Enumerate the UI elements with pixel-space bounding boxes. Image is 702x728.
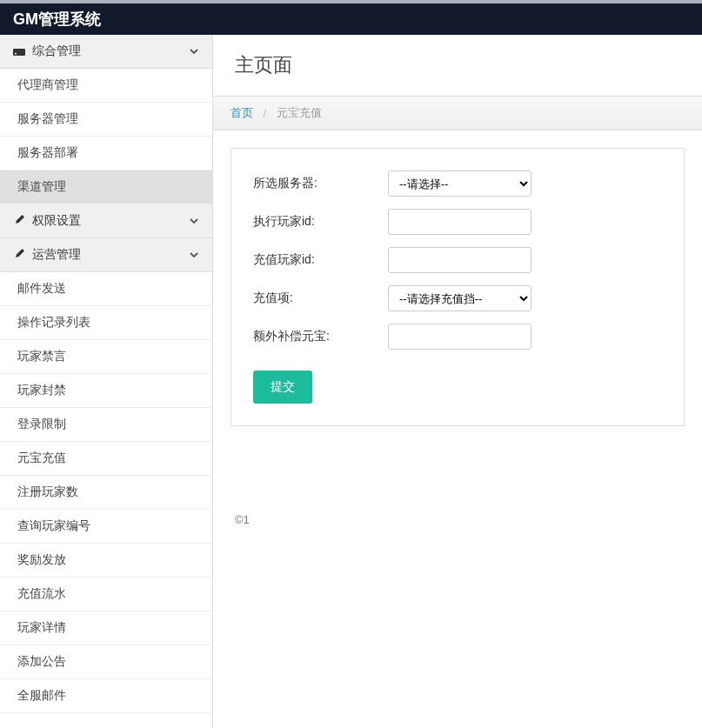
sidebar-item[interactable]: 邮件发送	[0, 272, 212, 306]
exec-player-row: 执行玩家id:	[249, 209, 666, 235]
extra-row: 额外补偿元宝:	[249, 324, 666, 350]
breadcrumb-home[interactable]: 首页	[231, 106, 253, 119]
server-row: 所选服务器: --请选择--	[249, 170, 666, 197]
hdd-icon	[13, 45, 25, 58]
submenu-2: 邮件发送操作记录列表玩家禁言玩家封禁登录限制元宝充值注册玩家数查询玩家编号奖励发…	[0, 272, 212, 713]
svg-rect-0	[13, 49, 25, 56]
main-content: 主页面 首页 / 元宝充值 所选服务器: --请选择-- 执行玩家id: 充值玩…	[213, 35, 702, 728]
recharge-item-select[interactable]: --请选择充值挡--	[388, 285, 532, 311]
sidebar-item[interactable]: 渠道管理	[0, 170, 212, 204]
server-label: 所选服务器:	[249, 176, 388, 191]
sidebar-item[interactable]: 全服邮件	[0, 679, 212, 713]
footer-text: ©1	[231, 513, 685, 526]
menu-header-1[interactable]: 权限设置	[0, 204, 212, 238]
sidebar-item[interactable]: 奖励发放	[0, 544, 212, 578]
page-title: 主页面	[213, 35, 702, 96]
menu-header-label: 综合管理	[32, 43, 81, 59]
extra-input[interactable]	[388, 324, 532, 350]
svg-rect-1	[15, 53, 17, 55]
wrench-icon	[13, 248, 25, 263]
recharge-player-row: 充值玩家id:	[249, 247, 666, 273]
container: 综合管理代理商管理服务器管理服务器部署渠道管理权限设置运营管理邮件发送操作记录列…	[0, 35, 702, 728]
menu-header-label: 权限设置	[32, 213, 81, 229]
server-select[interactable]: --请选择--	[388, 170, 532, 197]
chevron-down-icon	[189, 213, 199, 229]
recharge-item-row: 充值项: --请选择充值挡--	[249, 285, 666, 311]
menu-header-label: 运营管理	[32, 247, 81, 263]
sidebar-item[interactable]: 服务器部署	[0, 137, 212, 170]
extra-label: 额外补偿元宝:	[249, 329, 388, 344]
sidebar-item[interactable]: 代理商管理	[0, 69, 212, 103]
wrench-icon	[13, 214, 25, 229]
breadcrumb-current: 元宝充值	[277, 106, 322, 119]
sidebar-item[interactable]: 查询玩家编号	[0, 510, 212, 544]
breadcrumb: 首页 / 元宝充值	[213, 96, 702, 130]
sidebar-item[interactable]: 添加公告	[0, 645, 212, 679]
brand-title: GM管理系统	[13, 9, 101, 30]
recharge-item-label: 充值项:	[249, 291, 388, 306]
sidebar-item[interactable]: 登录限制	[0, 408, 212, 442]
recharge-player-input[interactable]	[388, 247, 532, 273]
chevron-down-icon	[189, 247, 199, 263]
sidebar-item[interactable]: 操作记录列表	[0, 306, 212, 340]
chevron-down-icon	[189, 43, 199, 59]
menu-header-2[interactable]: 运营管理	[0, 238, 212, 272]
sidebar-item[interactable]: 充值流水	[0, 578, 212, 611]
form-panel: 所选服务器: --请选择-- 执行玩家id: 充值玩家id: 充值项: --请选…	[231, 148, 685, 426]
breadcrumb-separator: /	[264, 106, 267, 119]
submenu-0: 代理商管理服务器管理服务器部署渠道管理	[0, 69, 212, 204]
sidebar-item[interactable]: 注册玩家数	[0, 476, 212, 510]
menu-header-0[interactable]: 综合管理	[0, 35, 212, 69]
exec-player-input[interactable]	[388, 209, 532, 235]
sidebar-item[interactable]: 玩家详情	[0, 611, 212, 645]
sidebar-item[interactable]: 玩家禁言	[0, 340, 212, 374]
recharge-player-label: 充值玩家id:	[249, 252, 388, 268]
sidebar-item[interactable]: 服务器管理	[0, 103, 212, 137]
sidebar: 综合管理代理商管理服务器管理服务器部署渠道管理权限设置运营管理邮件发送操作记录列…	[0, 35, 213, 728]
navbar: GM管理系统	[0, 0, 702, 35]
submit-button[interactable]: 提交	[253, 371, 312, 404]
sidebar-item[interactable]: 玩家封禁	[0, 374, 212, 408]
exec-player-label: 执行玩家id:	[249, 214, 388, 230]
sidebar-item[interactable]: 元宝充值	[0, 442, 212, 476]
